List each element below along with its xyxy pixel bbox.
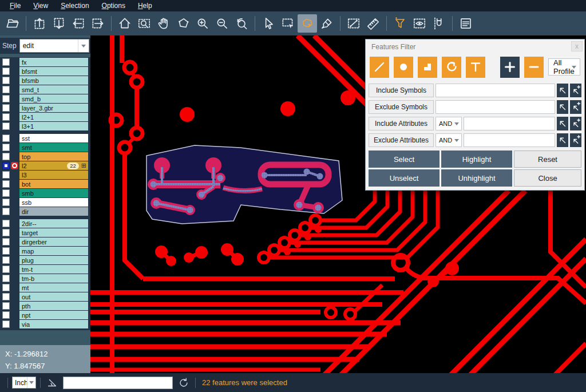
layer-visibility-checkbox[interactable] [2,180,10,188]
layer-row[interactable]: top [0,152,88,161]
layer-row[interactable]: bfsmt [0,67,88,76]
include-attributes-button[interactable]: Include Attributes [369,117,434,130]
layer-visibility-checkbox[interactable] [2,122,10,130]
layer-name[interactable]: layer_3.gbr [19,104,88,112]
pick-symbol-button[interactable] [557,100,568,114]
layer-visibility-checkbox[interactable] [2,220,10,227]
layer-row[interactable]: l3+1 [0,122,88,130]
layer-name[interactable]: smd_t [19,85,88,94]
layer-name[interactable]: fx [19,58,88,66]
layer-row[interactable]: plug [0,256,88,264]
layer-row[interactable]: smt [0,143,88,152]
menu-help[interactable]: Help [132,1,159,11]
layer-visibility-checkbox[interactable] [2,95,10,102]
layer-name[interactable]: l222⊞ [19,161,88,170]
layer-row[interactable]: map [0,247,88,255]
pan-down-button[interactable] [49,14,69,33]
command-input[interactable] [63,377,173,389]
include-attributes-input[interactable] [464,117,555,130]
filter-add-button[interactable] [500,57,520,78]
select-polygon-button[interactable] [298,14,317,33]
zoom-out-button[interactable] [212,14,232,33]
measure-distance-button[interactable] [344,14,363,33]
layer-name[interactable]: l3 [19,171,88,179]
exclude-symbols-button[interactable]: Exclude Symbols [369,100,434,114]
layer-name[interactable]: target [19,228,88,237]
layer-row[interactable]: smb [0,189,88,197]
menu-file[interactable]: File [3,1,27,11]
menu-view[interactable]: View [27,1,54,11]
reset-button[interactable]: Reset [514,151,581,168]
filter-text-button[interactable] [466,57,485,78]
close-button[interactable]: Close [514,169,581,187]
layer-name[interactable]: sst [19,134,88,142]
layer-visibility-checkbox[interactable] [2,153,10,160]
layer-visibility-checkbox[interactable] [2,58,10,66]
layers-table-button[interactable] [456,14,476,33]
layer-name[interactable]: bfsmt [19,67,88,76]
pick-add-attribute-button[interactable] [570,117,581,130]
layer-visibility-checkbox[interactable] [2,68,10,75]
layer-name[interactable]: 2dir-- [19,219,88,228]
zoom-window-button[interactable] [134,14,154,33]
layer-row[interactable]: bot [0,180,88,188]
snap-magnet-button[interactable] [429,14,449,33]
chevron-down-icon[interactable] [78,39,89,52]
layer-visibility-checkbox[interactable] [2,104,10,112]
filter-pad-button[interactable] [394,57,413,78]
layer-name[interactable]: smt [19,143,88,152]
layer-name[interactable]: top [19,152,88,161]
highlight-button[interactable]: Highlight [441,151,512,168]
step-select[interactable]: edit [19,39,89,53]
layer-name[interactable]: dir [19,207,88,216]
pick-attribute-button[interactable] [557,117,568,130]
layer-row[interactable]: tm-t [0,265,88,274]
pan-left-button[interactable] [69,14,88,33]
pan-hand-button[interactable] [154,14,173,33]
layer-visibility-checkbox[interactable] [2,199,10,206]
refresh-icon[interactable] [176,375,191,390]
layer-visibility-checkbox[interactable] [2,134,10,142]
layer-row[interactable]: via [0,320,88,328]
layer-name[interactable]: smd_b [19,94,88,103]
select-rectangle-button[interactable] [278,14,298,33]
features-filter-button[interactable] [390,14,410,33]
layer-name[interactable]: ssb [19,198,88,207]
pan-right-button[interactable] [88,14,108,33]
layer-visibility-checkbox[interactable] [2,189,10,197]
layer-row[interactable]: layer_3.gbr [0,104,88,112]
layer-name[interactable]: npt [19,311,88,319]
filter-arc-button[interactable] [442,57,461,78]
layer-row[interactable]: ssb [0,198,88,207]
layer-visibility-checkbox[interactable] [2,144,10,151]
menu-options[interactable]: Options [96,1,132,11]
layer-visibility-checkbox[interactable] [2,208,10,215]
measure-ruler-button[interactable] [363,14,383,33]
exclude-attributes-and-select[interactable]: AND [435,133,462,147]
filter-remove-button[interactable] [524,57,544,78]
layer-name[interactable]: map [19,247,88,255]
exclude-symbols-input[interactable] [435,100,555,114]
profile-select[interactable]: All Profile [548,58,580,76]
layer-name[interactable]: via [19,320,88,328]
layer-row[interactable]: l3 [0,171,88,179]
home-view-button[interactable] [115,14,134,33]
layer-row[interactable]: out [0,292,88,301]
layer-name[interactable]: plug [19,256,88,264]
measure-angle-icon[interactable] [45,375,60,390]
layer-row[interactable]: fx [0,58,88,66]
layer-row[interactable]: target [0,228,88,237]
layer-row[interactable]: tm-b [0,274,88,283]
layer-row[interactable]: mt [0,283,88,292]
filter-line-button[interactable] [370,57,389,78]
pan-up-button[interactable] [30,14,49,33]
layer-visibility-checkbox[interactable] [2,229,10,236]
layer-visibility-checkbox[interactable] [2,256,10,264]
zoom-previous-button[interactable] [232,14,251,33]
menu-selection[interactable]: Selection [54,1,95,11]
select-button[interactable]: Select [369,151,440,168]
pick-add-attribute-button[interactable] [570,133,581,147]
zoom-polygon-button[interactable] [173,14,193,33]
layer-name[interactable]: dirgerber [19,237,88,246]
layer-name[interactable]: bfsmb [19,76,88,85]
